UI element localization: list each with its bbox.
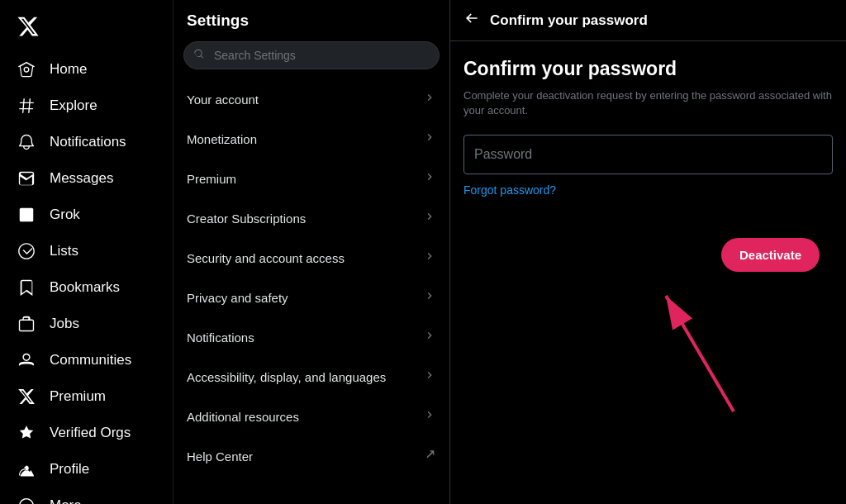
confirm-password-title: Confirm your password xyxy=(463,58,833,80)
sidebar-item-more[interactable]: More xyxy=(7,487,166,504)
chevron-right-icon xyxy=(423,250,436,266)
search-icon xyxy=(193,49,205,63)
sidebar-item-label-profile: Profile xyxy=(50,461,89,478)
sidebar-item-jobs[interactable]: Jobs xyxy=(7,306,166,342)
settings-item-label-premium: Premium xyxy=(187,172,236,186)
settings-item-label-your-account: Your account xyxy=(187,93,259,107)
settings-item-label-help-center: Help Center xyxy=(187,449,253,464)
settings-item-label-additional-resources: Additional resources xyxy=(187,410,299,424)
action-area: Deactivate xyxy=(463,230,833,461)
sidebar-item-notifications[interactable]: Notifications xyxy=(7,124,166,160)
sidebar-item-label-more: More xyxy=(50,497,82,504)
sidebar-item-messages[interactable]: Messages xyxy=(7,160,166,197)
notifications-icon xyxy=(17,132,36,152)
sidebar-item-verified-orgs[interactable]: Verified Orgs xyxy=(7,415,166,451)
jobs-icon xyxy=(17,314,36,334)
settings-item-label-creator-subscriptions: Creator Subscriptions xyxy=(187,212,306,226)
settings-item-monetization[interactable]: Monetization xyxy=(173,119,449,159)
grok-icon xyxy=(17,205,36,225)
chevron-right-icon xyxy=(423,91,436,107)
sidebar-item-label-bookmarks: Bookmarks xyxy=(50,279,120,296)
sidebar-item-label-grok: Grok xyxy=(50,207,80,223)
chevron-right-icon xyxy=(423,329,436,345)
settings-item-label-monetization: Monetization xyxy=(187,132,257,146)
sidebar-item-grok[interactable]: Grok xyxy=(7,197,166,233)
more-icon xyxy=(17,496,36,504)
search-settings-input[interactable] xyxy=(183,41,440,69)
external-link-icon xyxy=(423,448,436,464)
explore-icon xyxy=(17,96,36,116)
sidebar-item-label-communities: Communities xyxy=(50,352,131,368)
premium-icon xyxy=(17,387,36,407)
settings-item-premium[interactable]: Premium xyxy=(173,159,449,198)
settings-item-label-privacy: Privacy and safety xyxy=(187,291,288,305)
sidebar-item-premium[interactable]: Premium xyxy=(7,378,166,415)
back-button[interactable] xyxy=(463,10,480,31)
settings-item-help-center[interactable]: Help Center xyxy=(173,436,449,476)
sidebar-item-label-lists: Lists xyxy=(50,243,78,259)
x-logo[interactable] xyxy=(7,8,166,48)
arrow-indicator xyxy=(634,271,767,440)
settings-item-label-security: Security and account access xyxy=(187,251,345,265)
settings-item-security[interactable]: Security and account access xyxy=(173,238,449,278)
sidebar-item-communities[interactable]: Communities xyxy=(7,342,166,378)
sidebar-item-label-notifications: Notifications xyxy=(50,134,126,150)
confirm-password-content: Confirm your password Complete your deac… xyxy=(450,41,846,504)
chevron-right-icon xyxy=(423,131,436,147)
settings-item-accessibility[interactable]: Accessibility, display, and languages xyxy=(173,357,449,397)
chevron-right-icon xyxy=(423,210,436,226)
sidebar-nav: HomeExploreNotificationsMessagesGrokList… xyxy=(7,51,166,504)
chevron-right-icon xyxy=(423,368,436,385)
sidebar-item-lists[interactable]: Lists xyxy=(7,233,166,269)
sidebar-item-home[interactable]: Home xyxy=(7,51,166,88)
sidebar-item-label-explore: Explore xyxy=(50,97,97,114)
confirm-password-description: Complete your deactivation request by en… xyxy=(463,88,833,118)
bookmarks-icon xyxy=(17,278,36,297)
settings-item-your-account[interactable]: Your account xyxy=(173,79,449,119)
sidebar-item-label-premium: Premium xyxy=(50,388,106,405)
settings-item-privacy[interactable]: Privacy and safety xyxy=(173,278,449,317)
verified-orgs-icon xyxy=(17,423,36,443)
settings-item-notifications[interactable]: Notifications xyxy=(173,317,449,357)
settings-item-creator-subscriptions[interactable]: Creator Subscriptions xyxy=(173,198,449,238)
settings-item-label-notifications: Notifications xyxy=(187,330,254,345)
svg-line-1 xyxy=(666,296,734,411)
sidebar-item-profile[interactable]: Profile xyxy=(7,451,166,487)
password-input[interactable] xyxy=(463,135,833,174)
lists-icon xyxy=(17,241,36,261)
right-panel: Confirm your password Confirm your passw… xyxy=(450,0,846,504)
messages-icon xyxy=(17,169,36,188)
left-sidebar: HomeExploreNotificationsMessagesGrokList… xyxy=(0,0,173,504)
chevron-right-icon xyxy=(423,170,436,187)
forgot-password-link[interactable]: Forgot password? xyxy=(463,183,556,197)
communities-icon xyxy=(17,350,36,370)
settings-item-label-accessibility: Accessibility, display, and languages xyxy=(187,370,386,384)
right-panel-title: Confirm your password xyxy=(490,12,648,29)
settings-panel: Settings Your accountMonetizationPremium… xyxy=(173,0,450,504)
settings-item-additional-resources[interactable]: Additional resources xyxy=(173,397,449,436)
settings-items: Your accountMonetizationPremiumCreator S… xyxy=(173,79,449,476)
sidebar-item-label-messages: Messages xyxy=(50,170,113,187)
settings-title: Settings xyxy=(173,0,449,38)
sidebar-item-label-home: Home xyxy=(50,61,87,78)
sidebar-item-bookmarks[interactable]: Bookmarks xyxy=(7,269,166,306)
profile-icon xyxy=(17,459,36,479)
sidebar-item-label-jobs: Jobs xyxy=(50,316,79,332)
sidebar-item-explore[interactable]: Explore xyxy=(7,88,166,124)
home-icon xyxy=(17,59,36,79)
search-settings-box xyxy=(183,41,440,69)
chevron-right-icon xyxy=(423,408,436,425)
chevron-right-icon xyxy=(423,289,436,306)
right-panel-header: Confirm your password xyxy=(450,0,846,41)
deactivate-button[interactable]: Deactivate xyxy=(721,238,820,272)
sidebar-item-label-verified-orgs: Verified Orgs xyxy=(50,425,131,441)
